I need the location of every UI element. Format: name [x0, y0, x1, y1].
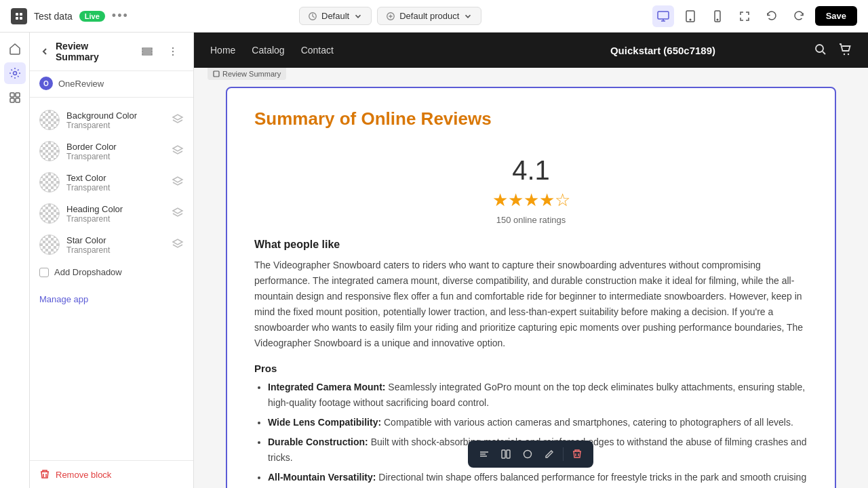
- background-stack-icon[interactable]: [172, 113, 184, 127]
- review-tag-label: Review Summary: [222, 70, 281, 78]
- stars: ★★★★☆: [254, 190, 808, 211]
- cart-icon[interactable]: [838, 43, 852, 58]
- heading-color-swatch[interactable]: [39, 203, 60, 224]
- tablet-view-button[interactable]: [679, 5, 701, 27]
- star-color-swatch[interactable]: [39, 235, 60, 255]
- toolbar-align-button[interactable]: [475, 445, 494, 464]
- icon-bar: [0, 33, 30, 488]
- nav-link-contact[interactable]: Contact: [301, 45, 334, 56]
- background-color-swatch[interactable]: [39, 110, 60, 130]
- pro-item-2: Wide Lens Compatibility: Compatible with…: [268, 415, 808, 430]
- pros-list: Integrated Camera Mount: Seamlessly inte…: [254, 380, 808, 488]
- svg-rect-3: [20, 17, 22, 20]
- section1-body: The Videographer Snowboard caters to rid…: [254, 258, 808, 352]
- pro-item-1: Integrated Camera Mount: Seamlessly inte…: [268, 380, 808, 411]
- background-color-info: Background Color Transparent: [66, 110, 165, 130]
- border-color-value: Transparent: [66, 152, 165, 161]
- icon-bar-home[interactable]: [4, 38, 26, 60]
- svg-point-21: [172, 54, 174, 56]
- manage-app-link[interactable]: Manage app: [39, 294, 88, 304]
- text-color-name: Text Color: [66, 173, 165, 183]
- more-menu-button[interactable]: •••: [112, 9, 129, 23]
- icon-bar-blocks[interactable]: [4, 87, 26, 108]
- onereview-icon: O: [39, 77, 53, 90]
- svg-rect-17: [142, 51, 152, 52]
- floating-toolbar: [468, 441, 593, 468]
- svg-rect-26: [502, 450, 505, 458]
- dropshadow-row: Add Dropshadow: [30, 260, 193, 284]
- svg-rect-2: [16, 17, 18, 20]
- undo-button[interactable]: [761, 5, 783, 27]
- app-icon: [11, 8, 27, 24]
- background-color-name: Background Color: [66, 110, 165, 121]
- svg-point-20: [172, 51, 174, 52]
- svg-point-8: [690, 19, 691, 20]
- star-stack-icon[interactable]: [172, 238, 184, 252]
- svg-rect-6: [658, 12, 669, 19]
- preview-nav-links: Home Catalog Contact: [210, 45, 512, 56]
- toolbar-layout-button[interactable]: [496, 445, 515, 464]
- border-color-name: Border Color: [66, 142, 165, 152]
- svg-point-22: [816, 45, 823, 52]
- review-label-tag[interactable]: Review Summary: [208, 68, 286, 80]
- toolbar-circle-button[interactable]: [518, 445, 537, 464]
- review-card: Summary of Online Reviews 4.1 ★★★★☆ 150 …: [226, 87, 836, 488]
- text-stack-icon[interactable]: [172, 176, 184, 190]
- toolbar-divider: [563, 447, 564, 461]
- color-item-border: Border Color Transparent: [30, 136, 193, 167]
- panel-more-button[interactable]: [162, 41, 184, 62]
- save-button[interactable]: Save: [815, 6, 857, 26]
- border-color-swatch[interactable]: [39, 141, 60, 161]
- preview-nav: Home Catalog Contact Quickstart (650c718…: [194, 33, 868, 68]
- desktop-view-button[interactable]: [652, 5, 674, 27]
- remove-block-button[interactable]: Remove block: [30, 460, 193, 488]
- border-color-info: Border Color Transparent: [66, 142, 165, 161]
- icon-bar-settings[interactable]: [4, 62, 26, 84]
- default-product-dropdown[interactable]: Default product: [377, 7, 481, 25]
- panel-sub: O OneReview: [30, 71, 193, 98]
- pro-item-4: All-Mountain Versatility: Directional tw…: [268, 470, 808, 488]
- heading-color-name: Heading Color: [66, 204, 165, 214]
- review-title: Summary of Online Reviews: [254, 108, 808, 129]
- heading-color-info: Heading Color Transparent: [66, 204, 165, 224]
- svg-rect-25: [214, 71, 219, 77]
- remove-block-label: Remove block: [56, 470, 111, 480]
- toolbar-edit-button[interactable]: [540, 445, 559, 464]
- pros-heading: Pros: [254, 363, 808, 374]
- live-badge: Live: [79, 11, 105, 22]
- nav-link-home[interactable]: Home: [210, 45, 235, 56]
- border-stack-icon[interactable]: [172, 144, 184, 159]
- nav-link-catalog[interactable]: Catalog: [252, 45, 284, 56]
- svg-rect-12: [10, 93, 14, 97]
- text-color-info: Text Color Transparent: [66, 173, 165, 192]
- topbar-left: Test data Live •••: [11, 8, 129, 24]
- dropshadow-checkbox[interactable]: [39, 268, 49, 277]
- rating-number: 4.1: [254, 155, 808, 186]
- svg-rect-27: [507, 450, 510, 458]
- search-icon[interactable]: [814, 43, 827, 58]
- mobile-view-button[interactable]: [707, 5, 728, 27]
- star-color-name: Star Color: [66, 235, 165, 245]
- dropshadow-label: Add Dropshadow: [54, 267, 122, 277]
- back-button[interactable]: [39, 46, 50, 57]
- preview-nav-icons: [814, 43, 852, 58]
- topbar-center: Default Default product: [137, 7, 644, 25]
- heading-stack-icon[interactable]: [172, 207, 184, 221]
- text-color-swatch[interactable]: [39, 172, 60, 192]
- color-item-heading: Heading Color Transparent: [30, 198, 193, 229]
- app-name: Test data: [34, 11, 73, 22]
- panel-content: Background Color Transparent Border Colo…: [30, 98, 193, 460]
- panel-title: Review Summary: [56, 41, 131, 62]
- expand-view-button[interactable]: [734, 5, 755, 27]
- main-layout: Review Summary O OneReview Background Co…: [0, 33, 868, 488]
- svg-point-19: [172, 47, 174, 49]
- svg-rect-15: [16, 98, 20, 102]
- star-color-info: Star Color Transparent: [66, 235, 165, 255]
- rating-count: 150 online ratings: [254, 215, 808, 225]
- redo-button[interactable]: [788, 5, 810, 27]
- toolbar-delete-button[interactable]: [568, 445, 587, 464]
- svg-point-28: [524, 451, 532, 458]
- default-theme-dropdown[interactable]: Default: [299, 7, 372, 25]
- svg-point-24: [848, 53, 849, 54]
- panel-list-view-button[interactable]: [136, 41, 158, 62]
